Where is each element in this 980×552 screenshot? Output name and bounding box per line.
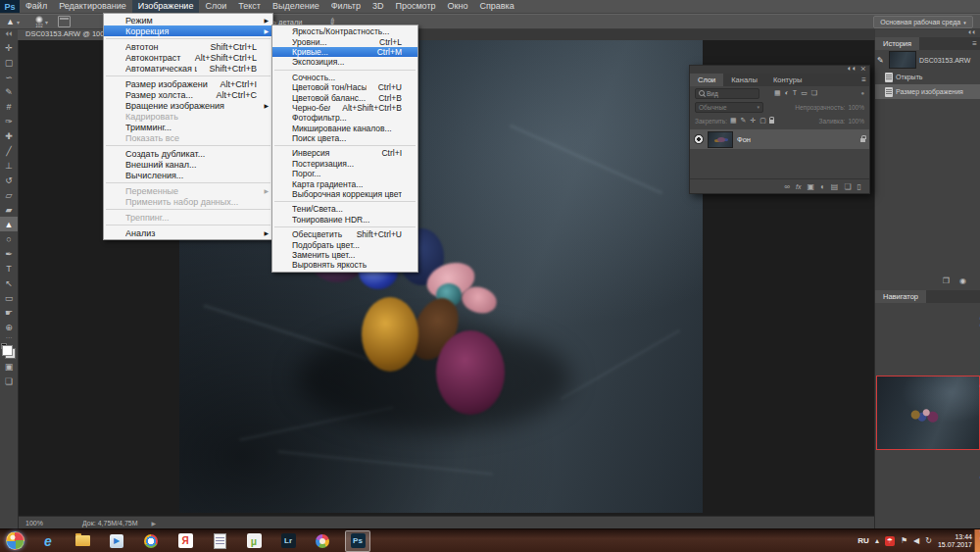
media-player-icon[interactable]: ▶ — [105, 531, 128, 551]
menu-item[interactable]: Режим▶ — [104, 15, 272, 25]
menubar-item[interactable]: Справка — [473, 0, 519, 13]
layer-style-icon[interactable]: fx — [796, 183, 801, 190]
lock-position-icon[interactable]: ✛ — [750, 117, 756, 125]
menubar-item[interactable]: Просмотр — [389, 0, 441, 13]
menu-item[interactable]: Тонирование HDR... — [272, 215, 417, 225]
path-selection-tool-icon[interactable]: ↖ — [0, 276, 18, 290]
menu-item[interactable]: Микширование каналов... — [272, 124, 417, 133]
panel-collapse-icon[interactable]: ⏴⏴ — [848, 66, 858, 72]
utorrent-icon[interactable]: µ — [242, 531, 266, 551]
menu-item[interactable]: ОбесцветитьShift+Ctrl+U — [272, 229, 417, 239]
collapsed-clone-source-icon[interactable]: ❐ — [943, 276, 950, 288]
menu-item[interactable]: Автоматическая цветовая коррекцияShift+C… — [104, 63, 272, 74]
menu-item[interactable]: Сочность... — [272, 73, 417, 82]
opacity-value[interactable]: 100% — [848, 104, 864, 111]
gradient-tool-icon[interactable]: ▰ — [0, 202, 18, 217]
eyedropper-tool-icon[interactable]: ✑ — [0, 114, 18, 128]
layers-panel-menu-icon[interactable]: ≡ — [861, 75, 866, 84]
history-brush-tool-icon[interactable]: ↺ — [0, 173, 18, 187]
shape-layer-filter-icon[interactable]: ▭ — [801, 89, 808, 97]
menubar-item[interactable]: Файл — [20, 0, 53, 13]
layer-mask-icon[interactable]: ▣ — [807, 182, 814, 191]
tab-layers[interactable]: Слои — [690, 74, 723, 86]
photoshop-icon[interactable]: Ps — [345, 530, 370, 552]
toggle-brush-panel-icon[interactable] — [58, 16, 71, 27]
pixel-layer-filter-icon[interactable]: ▦ — [774, 89, 781, 97]
foreground-color-swatch[interactable] — [2, 345, 13, 356]
menu-item[interactable]: Порог... — [272, 169, 417, 178]
menu-item[interactable]: Анализ▶ — [104, 227, 272, 238]
sharpen-tool-icon[interactable]: ▲ — [0, 217, 18, 231]
lock-transparency-icon[interactable]: ▦ — [730, 117, 737, 125]
history-step[interactable]: Размер изображения — [875, 84, 980, 99]
quick-mask-icon[interactable]: ▣ — [0, 359, 18, 374]
tool-preset-picker[interactable]: ▲ ▾ — [6, 17, 20, 26]
brush-preset-picker[interactable]: 102 — [35, 16, 43, 28]
menu-item[interactable]: Вращение изображения▶ — [104, 100, 272, 111]
move-tool-icon[interactable]: ✛ — [0, 40, 18, 55]
action-center-flag-icon[interactable]: ⚑ — [901, 536, 907, 545]
lock-all-icon[interactable] — [769, 120, 774, 124]
smart-object-filter-icon[interactable]: ❏ — [811, 89, 817, 97]
menubar-item[interactable]: Окно — [442, 0, 474, 13]
menu-item[interactable]: Размер холста...Alt+Ctrl+C — [104, 89, 272, 100]
delete-layer-icon[interactable]: ▯ — [858, 182, 861, 191]
tab-channels[interactable]: Каналы — [723, 74, 765, 86]
more-tools-icon[interactable]: ⋯ — [0, 334, 18, 342]
menu-item[interactable]: Тени/Света... — [272, 204, 417, 214]
blend-mode-select[interactable]: Обычные ▾ — [695, 102, 763, 113]
dock-collapse-icon[interactable]: ⏴⏴ — [968, 29, 976, 36]
link-layers-icon[interactable]: ∞ — [784, 182, 790, 191]
menu-item[interactable]: Подобрать цвет... — [272, 239, 417, 249]
menu-item[interactable]: Заменить цвет... — [272, 250, 417, 260]
paint-icon[interactable] — [311, 531, 334, 551]
menu-item[interactable]: Кривые...Ctrl+M — [272, 47, 417, 57]
toolbar-collapse-icon[interactable]: ⏴⏴ — [0, 28, 18, 40]
menubar-item[interactable]: Изображение — [132, 0, 200, 13]
color-swatches[interactable] — [2, 345, 16, 359]
menu-item[interactable]: Экспозиция... — [272, 57, 417, 67]
hidden-icons-arrow-icon[interactable]: ▴ — [875, 536, 879, 545]
screen-mode-icon[interactable]: ❏ — [0, 374, 18, 388]
panel-close-icon[interactable]: ✕ — [860, 66, 867, 72]
hand-tool-icon[interactable]: ☛ — [0, 305, 18, 320]
menubar-item[interactable]: Текст — [232, 0, 267, 13]
layer-filter-field[interactable]: Вид — [695, 88, 760, 99]
menu-item[interactable]: Фотофильтр... — [272, 113, 417, 123]
history-step[interactable]: ✎DSC03153.ARW — [875, 50, 980, 70]
menu-item[interactable]: Выровнять яркость — [272, 260, 417, 270]
antivirus-tray-icon[interactable]: ☂ — [885, 536, 895, 546]
tab-paths[interactable]: Контуры — [765, 74, 809, 86]
volume-icon[interactable]: ◀ — [913, 536, 919, 545]
menu-item[interactable]: Постеризация... — [272, 159, 417, 169]
menubar-item[interactable]: Редактирование — [53, 0, 132, 13]
fill-value[interactable]: 100% — [848, 118, 864, 125]
menu-item[interactable]: Черно-белое...Alt+Shift+Ctrl+B — [272, 103, 417, 113]
adjustment-layer-icon[interactable]: ◐ — [820, 182, 825, 191]
new-layer-icon[interactable]: ❏ — [844, 182, 851, 191]
brush-tool-icon[interactable]: ╱ — [0, 143, 18, 158]
dodge-tool-icon[interactable]: ○ — [0, 231, 18, 246]
tab-history[interactable]: История — [875, 37, 919, 50]
menu-item[interactable]: Карта градиента... — [272, 178, 417, 188]
eraser-tool-icon[interactable]: ▱ — [0, 187, 18, 202]
chrome-icon[interactable] — [139, 531, 163, 551]
menu-item[interactable]: Внешний канал... — [104, 159, 272, 170]
zoom-tool-icon[interactable]: ⊕ — [0, 320, 18, 334]
menubar-item[interactable]: 3D — [367, 0, 390, 13]
menubar-item[interactable]: Выделение — [267, 0, 325, 13]
clone-stamp-tool-icon[interactable]: ⊥ — [0, 158, 18, 173]
menu-item[interactable]: Яркость/Контрастность... — [272, 26, 417, 36]
lock-pixels-icon[interactable]: ✎ — [741, 117, 747, 125]
layers-panel-titlebar[interactable]: ⏴⏴ ✕ — [690, 66, 869, 74]
language-indicator[interactable]: RU — [858, 536, 869, 545]
zoom-level-field[interactable]: 100% — [25, 520, 55, 527]
history-brush-source-icon[interactable]: ✎ — [877, 56, 886, 65]
adjustment-layer-filter-icon[interactable]: ◐ — [785, 89, 789, 97]
menu-item[interactable]: Цветовой баланс...Ctrl+B — [272, 92, 417, 102]
marquee-tool-icon[interactable]: ▢ — [0, 55, 18, 70]
notepad-icon[interactable] — [208, 531, 231, 551]
workspace-switcher[interactable]: Основная рабочая среда ▾ — [873, 16, 973, 28]
menu-item[interactable]: АвтоконтрастAlt+Shift+Ctrl+L — [104, 52, 272, 63]
menubar-item[interactable]: Слои — [199, 0, 232, 13]
